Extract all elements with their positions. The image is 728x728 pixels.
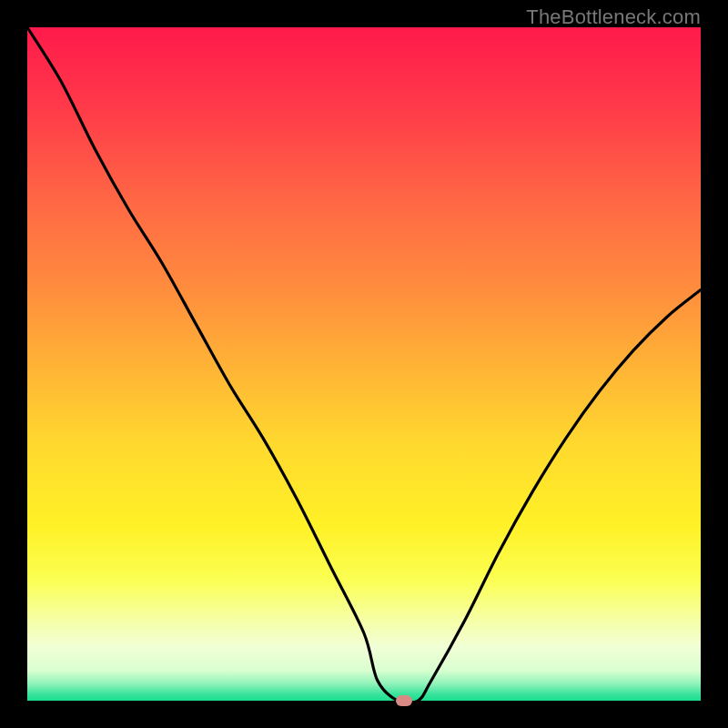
watermark-text: TheBottleneck.com bbox=[526, 5, 701, 29]
optimal-point-marker bbox=[396, 695, 412, 706]
chart-frame: TheBottleneck.com bbox=[0, 0, 728, 728]
bottleneck-curve bbox=[27, 27, 701, 701]
plot-area bbox=[27, 27, 701, 701]
